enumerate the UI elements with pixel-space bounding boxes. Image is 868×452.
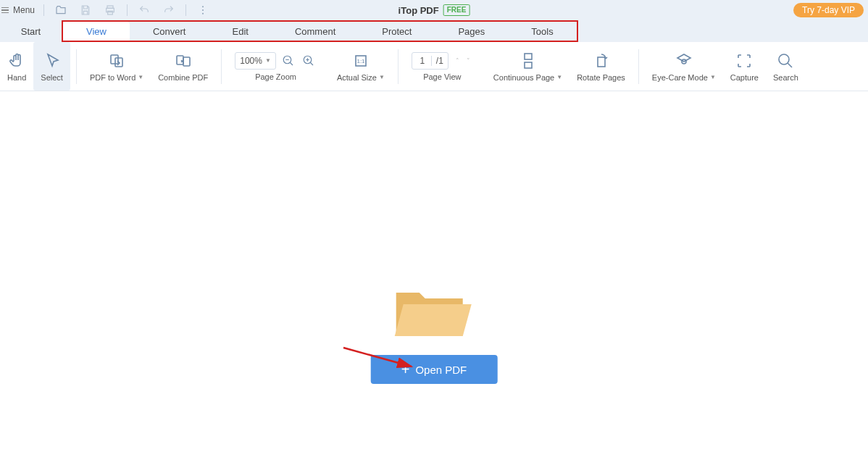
- divider: [43, 4, 44, 16]
- free-badge: FREE: [443, 4, 470, 16]
- divider: [398, 49, 398, 84]
- hand-tool[interactable]: Hand: [0, 42, 33, 91]
- app-name: iTop PDF: [398, 5, 439, 16]
- dropdown-icon: ▼: [556, 74, 562, 80]
- more-icon[interactable]: [196, 4, 209, 17]
- content-area: + Open PDF: [0, 91, 868, 452]
- svg-text:1:1: 1:1: [356, 58, 365, 64]
- actual-size-icon: 1:1: [351, 51, 370, 70]
- menu-area: Menu: [0, 4, 214, 17]
- zoom-group: 100% ▼ Page Zoom: [228, 49, 324, 84]
- actual-size-button[interactable]: 1:1 Actual Size ▼: [330, 42, 392, 91]
- open-pdf-label: Open PDF: [415, 364, 467, 376]
- svg-rect-2: [108, 11, 113, 14]
- svg-point-18: [779, 54, 789, 64]
- page-nav-group: /1 ˄ ˅ Page View: [404, 49, 480, 84]
- svg-point-5: [202, 13, 204, 14]
- pdf-to-word-label: PDF to Word: [90, 73, 135, 82]
- divider: [76, 49, 77, 84]
- capture-icon: [735, 51, 754, 70]
- plus-icon: +: [401, 362, 410, 377]
- page-zoom-label: Page Zoom: [255, 72, 296, 81]
- eye-care-icon: [675, 51, 693, 70]
- tab-start[interactable]: Start: [0, 20, 62, 42]
- hand-label: Hand: [7, 73, 26, 82]
- svg-rect-16: [598, 57, 605, 67]
- page-counter[interactable]: /1: [412, 52, 448, 70]
- divider: [221, 49, 222, 84]
- combine-pdf-button[interactable]: Combine PDF: [151, 42, 215, 91]
- eye-care-button[interactable]: Eye-Care Mode ▼: [645, 42, 723, 91]
- search-icon: [776, 51, 795, 70]
- dropdown-icon: ▼: [138, 74, 143, 80]
- cursor-icon: [43, 51, 62, 70]
- titlebar: Menu iTop PDF FREE Try 7-day VIP: [0, 0, 868, 20]
- undo-icon[interactable]: [138, 4, 151, 17]
- zoom-select[interactable]: 100% ▼: [235, 52, 276, 70]
- capture-button[interactable]: Capture: [723, 42, 766, 91]
- svg-rect-14: [525, 54, 532, 59]
- dropdown-icon: ▼: [379, 74, 385, 80]
- divider: [127, 4, 128, 16]
- open-file-icon[interactable]: [54, 4, 67, 17]
- svg-rect-9: [183, 57, 190, 66]
- pdf-to-word-button[interactable]: PDF to Word ▼: [83, 42, 151, 91]
- actual-size-label: Actual Size: [337, 73, 377, 82]
- capture-label: Capture: [730, 73, 759, 82]
- tab-protect[interactable]: Protect: [359, 22, 435, 41]
- divider: [185, 4, 186, 16]
- dropdown-icon: ▼: [710, 74, 716, 80]
- rotate-pages-button[interactable]: Rotate Pages: [569, 42, 633, 91]
- svg-rect-8: [177, 56, 183, 64]
- select-label: Select: [41, 73, 63, 82]
- rotate-pages-label: Rotate Pages: [577, 73, 625, 82]
- continuous-page-label: Continuous Page: [493, 73, 554, 82]
- divider: [638, 49, 639, 84]
- print-icon[interactable]: [104, 4, 117, 17]
- open-pdf-area: + Open PDF: [371, 280, 498, 384]
- zoom-value: 100%: [240, 56, 262, 66]
- eye-care-label: Eye-Care Mode: [652, 73, 708, 82]
- page-down-icon[interactable]: ˅: [464, 56, 473, 66]
- save-icon[interactable]: [79, 4, 92, 17]
- search-label: Search: [773, 73, 798, 82]
- rotate-icon: [592, 51, 611, 70]
- app-title: iTop PDF FREE: [398, 4, 470, 16]
- tab-comment[interactable]: Comment: [272, 22, 359, 41]
- hand-icon: [7, 51, 26, 70]
- folder-icon: [391, 280, 477, 345]
- page-up-icon[interactable]: ˄: [453, 56, 462, 66]
- svg-point-3: [202, 6, 204, 7]
- menu-icon[interactable]: [0, 7, 9, 14]
- menu-button[interactable]: Menu: [13, 5, 35, 15]
- tabbar: Start View Convert Edit Comment Protect …: [0, 20, 868, 42]
- continuous-page-button[interactable]: Continuous Page ▼: [486, 42, 569, 91]
- tab-group-highlight: View Convert Edit Comment Protect Pages …: [62, 20, 578, 42]
- pdf-to-word-icon: [107, 51, 126, 70]
- combine-pdf-label: Combine PDF: [158, 73, 208, 82]
- page-total: /1: [431, 56, 443, 66]
- zoom-out-button[interactable]: [280, 53, 296, 69]
- svg-point-4: [202, 9, 204, 11]
- tab-convert[interactable]: Convert: [130, 22, 209, 41]
- tab-pages[interactable]: Pages: [435, 22, 508, 41]
- redo-icon[interactable]: [162, 4, 175, 17]
- select-tool[interactable]: Select: [33, 42, 70, 91]
- svg-rect-15: [525, 62, 532, 68]
- tab-edit[interactable]: Edit: [209, 22, 271, 41]
- tab-view[interactable]: View: [63, 22, 130, 41]
- try-vip-button[interactable]: Try 7-day VIP: [793, 3, 864, 17]
- dropdown-icon: ▼: [265, 57, 271, 64]
- open-pdf-button[interactable]: + Open PDF: [371, 355, 498, 384]
- continuous-page-icon: [519, 51, 538, 70]
- page-view-label: Page View: [423, 72, 461, 81]
- search-button[interactable]: Search: [766, 42, 806, 91]
- page-current-input[interactable]: [417, 56, 428, 66]
- svg-rect-6: [111, 55, 118, 64]
- tab-tools[interactable]: Tools: [508, 22, 576, 41]
- combine-pdf-icon: [174, 51, 193, 70]
- ribbon: Hand Select PDF to Word ▼ Combine PDF 10…: [0, 42, 868, 91]
- zoom-in-button[interactable]: [301, 53, 317, 69]
